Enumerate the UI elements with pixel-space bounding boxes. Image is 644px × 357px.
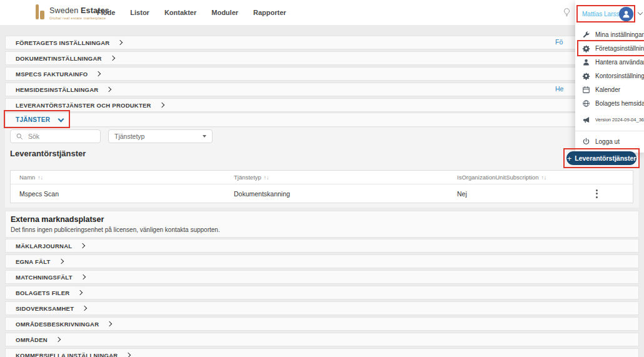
accordion-label: OMRÅDESBESKRIVNINGAR xyxy=(16,321,99,328)
sort-icon: ↑↓ xyxy=(541,174,546,181)
accordion-tjanster-label: TJÄNSTER xyxy=(16,116,50,123)
kebab-menu-icon[interactable] xyxy=(589,187,604,201)
search-input[interactable] xyxy=(27,132,95,141)
menu-item-label: Version 2024-09-04_36ee276e xyxy=(595,117,644,123)
menu-item-f-retagsinst-llningar[interactable]: Företagsinställningar xyxy=(575,41,644,55)
menu-item-hantera-anv-ndare[interactable]: Hantera användare xyxy=(575,55,644,69)
accordion-f-retagets-inst-llningar[interactable]: FÖRETAGETS INSTÄLLNINGAR xyxy=(5,36,639,49)
plus-icon: + xyxy=(567,154,572,163)
service-type-select[interactable]: Tjänstetyp xyxy=(108,129,213,143)
table-row: Mspecs ScanDokumentskanningNej xyxy=(11,184,633,203)
accordion-sidoverksamhet[interactable]: SIDOVERKSAMHET xyxy=(5,301,639,315)
accordion-bolagets-filer[interactable]: BOLAGETS FILER xyxy=(5,286,639,299)
main-nav: FlödeListorKontakterModulerRapporter xyxy=(97,0,286,25)
menu-item-kontorsinst-llningar[interactable]: Kontorsinställningar xyxy=(575,69,644,83)
sort-icon: ↑↓ xyxy=(38,174,43,181)
brand-building-icon xyxy=(36,4,45,20)
accordion-omr-den[interactable]: OMRÅDEN xyxy=(5,333,639,346)
external-marketplaces-message: Det finns ingen publiceringsenhet på lic… xyxy=(11,226,638,233)
chevron-right-icon xyxy=(78,289,83,294)
user-name: Mattias Larsson xyxy=(582,11,619,18)
calendar-icon xyxy=(581,85,590,94)
column-header-tj-nstetyp[interactable]: Tjänstetyp↑↓ xyxy=(234,174,457,181)
accordion-label: MATCHNINGSFÄLT xyxy=(16,274,73,281)
chevron-right-icon xyxy=(56,336,61,341)
menu-item-label: Hantera användare xyxy=(595,59,644,66)
column-header-label: Namn xyxy=(19,174,35,181)
megaphone-icon xyxy=(581,115,590,124)
cell: Mspecs Scan xyxy=(19,190,234,198)
service-type-value: Tjänstetyp xyxy=(114,133,144,140)
table-header: Namn↑↓Tjänstetyp↑↓IsOrganizationUnitSubs… xyxy=(11,171,633,184)
menu-item-label: Kalender xyxy=(595,86,620,93)
nav-item-listor[interactable]: Listor xyxy=(130,9,149,16)
menu-item-label: Bolagets hemsida xyxy=(595,100,644,107)
accordion-label: MÄKLARJOURNAL xyxy=(16,243,72,249)
chevron-down-icon[interactable] xyxy=(638,10,643,15)
external-marketplaces-title: Externa marknadsplatser xyxy=(11,215,638,224)
accordion-matchningsf-lt[interactable]: MATCHNINGSFÄLT xyxy=(5,270,639,284)
menu-item-label: Företagsinställningar xyxy=(595,45,644,52)
sort-icon: ↑↓ xyxy=(264,174,269,181)
column-header-label: Tjänstetyp xyxy=(234,174,261,181)
nav-item-kontakter[interactable]: Kontakter xyxy=(164,9,196,16)
chevron-right-icon xyxy=(107,321,112,326)
chevron-right-icon xyxy=(80,243,85,248)
user-dropdown-menu: Mattias Larsson Mina inställningarFöreta… xyxy=(575,0,644,153)
power-icon xyxy=(581,137,590,146)
search-icon xyxy=(16,133,23,140)
accordion-kommersiella-inst-llningar[interactable]: KOMMERSIELLA INSTÄLLNINGAR xyxy=(5,348,639,357)
caret-down-icon xyxy=(203,135,206,138)
accordion-label: HEMSIDESINSTÄLLNINGAR xyxy=(16,86,98,93)
user-icon xyxy=(581,58,590,66)
nav-item-fl-de[interactable]: Flöde xyxy=(97,9,115,16)
add-leverantorstjanster-button[interactable]: + Leverantörstjänster xyxy=(566,151,636,165)
menu-item-logga-ut[interactable]: Logga ut xyxy=(575,134,644,148)
cell: Nej xyxy=(457,190,589,198)
accordion-m-klarjournal[interactable]: MÄKLARJOURNAL xyxy=(5,239,639,253)
accordion-egna-f-lt[interactable]: EGNA FÄLT xyxy=(5,254,639,268)
menu-item-mina-inst-llningar[interactable]: Mina inställningar xyxy=(575,28,644,41)
truncated-link-text: He xyxy=(555,85,563,93)
accordion-list-bottom: MÄKLARJOURNALEGNA FÄLTMATCHNINGSFÄLTBOLA… xyxy=(5,239,639,357)
chevron-right-icon xyxy=(109,55,114,60)
chevron-right-icon xyxy=(118,39,123,44)
accordion-dokumentinst-llningar[interactable]: DOKUMENTINSTÄLLNINGAR xyxy=(5,51,639,65)
accordion-tjanster[interactable]: TJÄNSTER xyxy=(5,113,639,127)
search-box xyxy=(10,129,101,143)
table-body: Mspecs ScanDokumentskanningNej xyxy=(11,184,633,203)
accordion-label: KOMMERSIELLA INSTÄLLNINGAR xyxy=(16,352,118,357)
nav-item-rapporter[interactable]: Rapporter xyxy=(253,9,286,16)
truncated-link-text: Fö xyxy=(555,38,563,46)
lightbulb-icon[interactable] xyxy=(562,6,571,18)
menu-item-label: Kontorsinställningar xyxy=(595,73,644,79)
menu-item-kalender[interactable]: Kalender xyxy=(575,83,644,96)
chevron-right-icon xyxy=(96,71,101,76)
accordion-mspecs-fakturainfo[interactable]: MSPECS FAKTURAINFO xyxy=(5,67,639,81)
chevron-right-icon xyxy=(159,102,164,107)
accordion-leverant-rstj-nster-och-produkter[interactable]: LEVERANTÖRSTJÄNSTER OCH PRODUKTER xyxy=(5,98,639,112)
list-title: Leverantörstjänster xyxy=(10,149,86,158)
avatar xyxy=(619,7,633,21)
chevron-right-icon xyxy=(106,86,111,91)
accordion-label: FÖRETAGETS INSTÄLLNINGAR xyxy=(16,39,109,46)
cell: Dokumentskanning xyxy=(234,190,457,198)
column-header-isorganizationunitsubscription[interactable]: IsOrganizationUnitSubscription↑↓ xyxy=(457,174,589,181)
accordion-label: EGNA FÄLT xyxy=(16,258,51,265)
accordion-label: OMRÅDEN xyxy=(16,336,48,343)
accordion-label: MSPECS FAKTURAINFO xyxy=(16,71,88,78)
chevron-right-icon xyxy=(82,305,87,310)
add-button-label: Leverantörstjänster xyxy=(575,154,636,162)
user-menu-trigger[interactable]: Mattias Larsson xyxy=(576,5,635,23)
menu-item-version-2024-09-04-36ee276e[interactable]: Version 2024-09-04_36ee276e xyxy=(575,113,644,126)
brand-name-regular: Sweden xyxy=(49,6,78,15)
menu-divider xyxy=(575,131,644,131)
accordion-hemsidesinst-llningar[interactable]: HEMSIDESINSTÄLLNINGAR xyxy=(5,83,639,96)
chevron-right-icon xyxy=(81,274,86,279)
column-header-namn[interactable]: Namn↑↓ xyxy=(19,174,234,181)
wrench-icon xyxy=(581,30,590,39)
nav-item-moduler[interactable]: Moduler xyxy=(211,9,238,16)
menu-item-bolagets-hemsida[interactable]: Bolagets hemsida xyxy=(575,96,644,110)
accordion-omr-desbeskrivningar[interactable]: OMRÅDESBESKRIVNINGAR xyxy=(5,317,639,331)
user-menu-items: Mina inställningarFöretagsinställningarH… xyxy=(575,28,644,148)
